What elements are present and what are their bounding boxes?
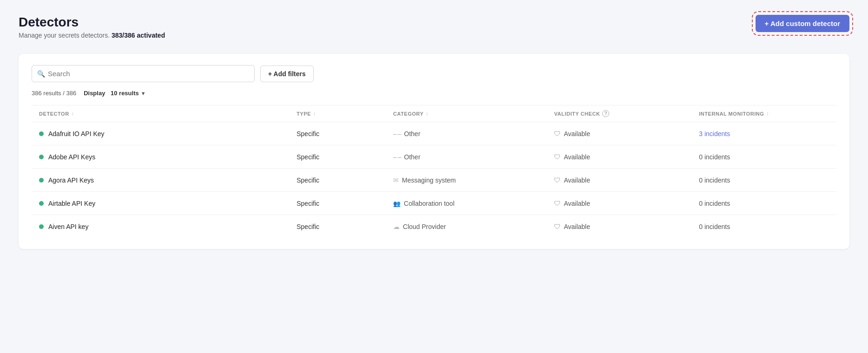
detector-name-text[interactable]: Agora API Keys xyxy=(48,176,94,184)
th-category: CATEGORY ↕ xyxy=(386,105,546,122)
validity-cell: 🛡 Available xyxy=(546,192,691,215)
table-body: Adafruit IO API Key Specific – – Other 🛡… xyxy=(32,122,836,238)
detector-name-text[interactable]: Airtable API Key xyxy=(48,200,95,207)
page-title: Detectors xyxy=(19,15,165,30)
status-dot xyxy=(39,201,44,206)
monitoring-cell: 0 incidents xyxy=(691,169,836,192)
add-custom-detector-button[interactable]: + Add custom detector xyxy=(756,15,849,32)
detector-cell: Airtable API Key xyxy=(32,192,289,215)
sort-icon-type[interactable]: ↕ xyxy=(313,111,316,116)
monitoring-cell: 0 incidents xyxy=(691,145,836,169)
table-row: Agora API Keys Specific ✉ Messaging syst… xyxy=(32,169,836,192)
detector-name-text[interactable]: Adafruit IO API Key xyxy=(48,130,105,137)
validity-cell: 🛡 Available xyxy=(546,122,691,145)
detector-cell: Adafruit IO API Key xyxy=(32,122,289,145)
validity-cell: 🛡 Available xyxy=(546,169,691,192)
search-wrap: 🔍 xyxy=(32,65,255,82)
sort-icon-detector[interactable]: ↕ xyxy=(72,111,74,116)
type-cell: Specific xyxy=(289,145,386,169)
type-cell: Specific xyxy=(289,122,386,145)
validity-label: Available xyxy=(564,153,590,161)
status-dot xyxy=(39,178,44,183)
table-row: Adafruit IO API Key Specific – – Other 🛡… xyxy=(32,122,836,145)
monitoring-value[interactable]: 3 incidents xyxy=(699,130,730,137)
main-card: 🔍 + Add filters 386 results / 386 Displa… xyxy=(19,54,849,249)
search-input[interactable] xyxy=(32,65,255,82)
category-label: Other xyxy=(404,153,421,161)
monitoring-value: 0 incidents xyxy=(699,223,730,230)
page-subtitle: Manage your secrets detectors. 383/386 a… xyxy=(19,32,165,39)
category-cell: – – Other xyxy=(386,145,546,169)
type-cell: Specific xyxy=(289,215,386,238)
detectors-table: DETECTOR ↕ TYPE ↕ CATEGORY ↕ xyxy=(32,105,836,238)
type-cell: Specific xyxy=(289,169,386,192)
th-monitoring: INTERNAL MONITORING ↕ xyxy=(691,105,836,122)
shield-icon: 🛡 xyxy=(554,199,561,207)
validity-label: Available xyxy=(564,200,590,207)
status-dot xyxy=(39,155,44,159)
monitoring-cell: 3 incidents xyxy=(691,122,836,145)
results-bar: 386 results / 386 Display 10 results ▼ xyxy=(32,90,836,97)
status-dot xyxy=(39,131,44,136)
shield-icon: 🛡 xyxy=(554,176,561,184)
table-row: Aiven API key Specific ☁ Cloud Provider … xyxy=(32,215,836,238)
shield-icon: 🛡 xyxy=(554,130,561,137)
sort-icon-category[interactable]: ↕ xyxy=(426,111,429,116)
category-icon: ✉ xyxy=(393,176,399,184)
shield-icon: 🛡 xyxy=(554,153,561,161)
sort-icon-monitoring[interactable]: ↕ xyxy=(766,111,769,116)
page-header: Detectors Manage your secrets detectors.… xyxy=(19,15,849,39)
display-select[interactable]: Display 10 results ▼ xyxy=(84,90,145,97)
monitoring-value: 0 incidents xyxy=(699,153,730,161)
monitoring-cell: 0 incidents xyxy=(691,215,836,238)
shield-icon: 🛡 xyxy=(554,222,561,230)
toolbar: 🔍 + Add filters xyxy=(32,65,836,82)
table-header: DETECTOR ↕ TYPE ↕ CATEGORY ↕ xyxy=(32,105,836,122)
category-icon: – – xyxy=(393,153,401,161)
detector-cell: Adobe API Keys xyxy=(32,145,289,169)
category-label: Other xyxy=(404,130,421,137)
category-label: Collaboration tool xyxy=(404,200,454,207)
category-cell: ☁ Cloud Provider xyxy=(386,215,546,238)
detector-name-text[interactable]: Adobe API Keys xyxy=(48,153,95,161)
add-filters-button[interactable]: + Add filters xyxy=(260,65,314,82)
validity-label: Available xyxy=(564,176,590,184)
category-cell: 👥 Collaboration tool xyxy=(386,192,546,215)
header-text: Detectors Manage your secrets detectors.… xyxy=(19,15,165,39)
monitoring-value: 0 incidents xyxy=(699,200,730,207)
table-row: Adobe API Keys Specific – – Other 🛡 Avai… xyxy=(32,145,836,169)
category-icon: – – xyxy=(393,130,401,137)
th-validity: VALIDITY CHECK ? xyxy=(546,105,691,122)
category-cell: ✉ Messaging system xyxy=(386,169,546,192)
validity-cell: 🛡 Available xyxy=(546,215,691,238)
category-cell: – – Other xyxy=(386,122,546,145)
detector-cell: Aiven API key xyxy=(32,215,289,238)
help-icon-validity[interactable]: ? xyxy=(602,110,609,117)
results-count: 386 results / 386 xyxy=(32,90,76,97)
category-icon: ☁ xyxy=(393,223,400,230)
th-type: TYPE ↕ xyxy=(289,105,386,122)
table-row: Airtable API Key Specific 👥 Collaboratio… xyxy=(32,192,836,215)
validity-label: Available xyxy=(564,130,590,137)
validity-label: Available xyxy=(564,223,590,230)
monitoring-cell: 0 incidents xyxy=(691,192,836,215)
detector-name-text[interactable]: Aiven API key xyxy=(48,223,88,230)
chevron-down-icon: ▼ xyxy=(141,91,146,96)
status-dot xyxy=(39,224,44,229)
detector-cell: Agora API Keys xyxy=(32,169,289,192)
category-label: Cloud Provider xyxy=(403,223,446,230)
monitoring-value: 0 incidents xyxy=(699,176,730,184)
th-detector: DETECTOR ↕ xyxy=(32,105,289,122)
display-value: 10 results xyxy=(111,90,139,97)
category-label: Messaging system xyxy=(402,176,456,184)
validity-cell: 🛡 Available xyxy=(546,145,691,169)
category-icon: 👥 xyxy=(393,200,401,207)
type-cell: Specific xyxy=(289,192,386,215)
